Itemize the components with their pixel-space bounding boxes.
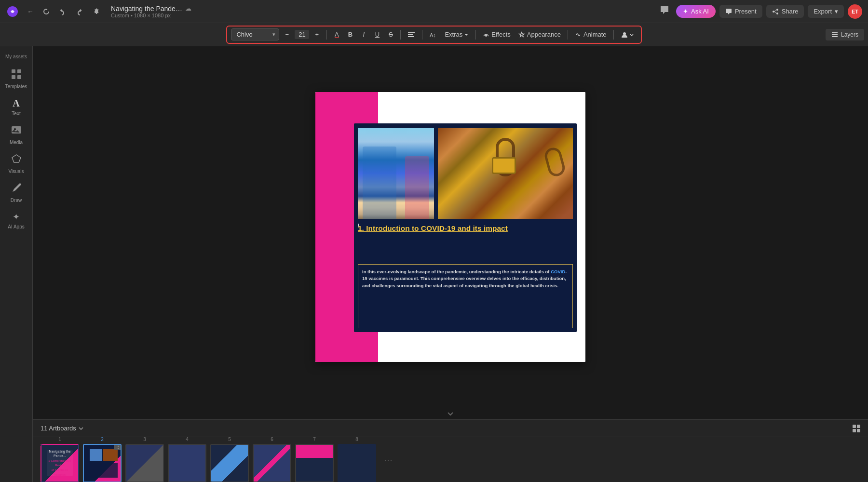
format-toolbar-area: Chivo − 21 + A B I U S A↕ Extras — [0, 23, 868, 46]
filmstrip-thumb-7[interactable] — [295, 444, 334, 482]
collapse-handle[interactable] — [33, 408, 868, 419]
export-button[interactable]: Export ▾ — [808, 5, 844, 18]
font-size-increase-btn[interactable]: + — [311, 29, 323, 40]
artboard[interactable]: 1. Introduction to COVID-19 and its impa… — [315, 92, 585, 362]
sidebar-item-visuals[interactable]: Visuals — [2, 150, 31, 178]
sidebar-item-templates[interactable]: Templates — [2, 65, 31, 93]
sidebar-item-text[interactable]: A Text — [2, 94, 31, 120]
svg-rect-18 — [12, 126, 21, 134]
undo-button[interactable] — [56, 6, 69, 17]
font-family-select-wrap: Chivo — [231, 28, 279, 40]
left-sidebar: My assets Templates A Text Media Visuals — [0, 46, 33, 482]
divider-1 — [326, 30, 327, 40]
divider-4 — [475, 30, 476, 40]
settings-button[interactable] — [89, 6, 102, 17]
text-icon: A — [13, 98, 19, 109]
svg-rect-6 — [408, 34, 413, 35]
filmstrip-thumb-1[interactable]: Navigating the Pande...3 Comprehensive R… — [41, 444, 79, 482]
filmstrip-thumb-2[interactable]: ⋮ — [83, 444, 122, 482]
sidebar-item-media[interactable]: Media — [2, 121, 31, 149]
filmstrip-item-2[interactable]: 2 ⋮ — [83, 437, 122, 482]
history-button[interactable] — [40, 6, 53, 17]
cloud-icon: ☁ — [185, 5, 191, 12]
ai-apps-label: AI Apps — [8, 224, 24, 229]
my-assets-label: My assets — [3, 51, 29, 62]
present-button[interactable]: Present — [719, 5, 762, 18]
canvas-area: 1. Introduction to COVID-19 and its impa… — [33, 46, 868, 419]
filmstrip-item-5[interactable]: 5 — [210, 437, 249, 482]
svg-point-9 — [485, 35, 487, 37]
format-toolbar: Chivo − 21 + A B I U S A↕ Extras — [226, 26, 641, 44]
dark-panel: 1. Introduction to COVID-19 and its impa… — [354, 123, 577, 332]
filmstrip: 1 Navigating the Pande...3 Comprehensive… — [33, 437, 868, 482]
back-button[interactable]: ← — [24, 6, 37, 17]
svg-point-19 — [14, 128, 16, 130]
bottom-toolbar: 11 Artboards — [33, 420, 868, 437]
align-btn[interactable] — [405, 29, 418, 40]
filmstrip-item-4[interactable]: 4 — [168, 437, 206, 482]
slide-title: 1. Introduction to COVID-19 and its impa… — [358, 224, 573, 234]
svg-rect-7 — [408, 36, 414, 37]
visuals-label: Visuals — [8, 169, 24, 174]
main-layout: My assets Templates A Text Media Visuals — [0, 46, 868, 482]
effects-btn[interactable]: Effects — [480, 29, 514, 40]
filmstrip-menu-btn[interactable]: ⋮ — [114, 444, 122, 450]
italic-btn[interactable]: I — [358, 29, 369, 40]
grid-view-btn[interactable] — [853, 425, 860, 432]
visuals-icon — [11, 154, 22, 167]
filmstrip-thumb-6[interactable] — [253, 444, 291, 482]
sidebar-item-draw[interactable]: Draw — [2, 179, 31, 207]
font-size-value: 21 — [295, 30, 309, 39]
collab-btn[interactable] — [618, 29, 637, 40]
templates-icon — [11, 69, 22, 82]
canvas-scroll: 1. Introduction to COVID-19 and its impa… — [33, 46, 868, 408]
redo-button[interactable] — [72, 6, 86, 17]
ask-ai-button[interactable]: ✦ Ask AI — [676, 5, 716, 18]
canvas-wrapper: 1. Introduction to COVID-19 and its impa… — [33, 46, 868, 482]
artboards-label-wrap[interactable]: 11 Artboards — [41, 425, 84, 432]
divider-2 — [400, 30, 401, 40]
animate-btn[interactable]: Animate — [572, 29, 610, 40]
svg-point-4 — [776, 13, 778, 14]
photo-chain — [438, 128, 573, 219]
extras-btn[interactable]: Extras — [442, 29, 472, 40]
font-color-btn[interactable]: A — [331, 29, 342, 40]
svg-text:A↕: A↕ — [430, 32, 436, 38]
strikethrough-btn[interactable]: S — [385, 29, 396, 40]
font-size-decrease-btn[interactable]: − — [281, 29, 293, 40]
spacing-btn[interactable]: A↕ — [426, 29, 440, 40]
filmstrip-thumb-8[interactable] — [338, 444, 376, 482]
document-title: Navigating the Pande… — [111, 5, 182, 13]
bold-btn[interactable]: B — [344, 29, 356, 40]
canvas-container: 1. Introduction to COVID-19 and its impa… — [315, 92, 585, 362]
filmstrip-item-3[interactable]: 3 — [125, 437, 164, 482]
slide-body-text: In this ever-evolving landscape of the p… — [362, 268, 569, 289]
filmstrip-thumb-4[interactable] — [168, 444, 206, 482]
user-avatar[interactable]: ET — [848, 4, 862, 19]
divider-6 — [613, 30, 614, 40]
appearance-btn[interactable]: Appearance — [515, 29, 564, 40]
svg-rect-15 — [17, 69, 21, 73]
sidebar-item-ai-apps[interactable]: ✦ AI Apps — [2, 208, 31, 233]
underline-btn[interactable]: U — [371, 29, 383, 40]
layers-button[interactable]: Layers — [826, 29, 864, 40]
filmstrip-item-7[interactable]: 7 — [295, 437, 334, 482]
filmstrip-thumb-3[interactable] — [125, 444, 164, 482]
text-label: Text — [12, 111, 20, 116]
font-family-select[interactable]: Chivo — [231, 28, 279, 40]
filmstrip-item-1[interactable]: 1 Navigating the Pande...3 Comprehensive… — [41, 437, 79, 482]
filmstrip-item-6[interactable]: 6 — [253, 437, 291, 482]
svg-rect-14 — [12, 69, 15, 73]
filmstrip-thumb-5[interactable] — [210, 444, 249, 482]
topbar-title: Navigating the Pande… ☁ Custom • 1080 × … — [111, 5, 652, 18]
draw-label: Draw — [11, 198, 22, 203]
filmstrip-item-8[interactable]: 8 — [338, 437, 376, 482]
svg-rect-12 — [832, 34, 838, 35]
topbar: ← Navigating the Pande… ☁ Custom • 1080 … — [0, 0, 868, 23]
topbar-actions: ✦ Ask AI Present Share Export ▾ ET — [657, 3, 862, 19]
topbar-logo[interactable] — [6, 5, 19, 18]
svg-point-3 — [776, 9, 778, 11]
comment-button[interactable] — [657, 3, 672, 19]
share-button[interactable]: Share — [766, 5, 804, 18]
templates-label: Templates — [5, 84, 27, 89]
